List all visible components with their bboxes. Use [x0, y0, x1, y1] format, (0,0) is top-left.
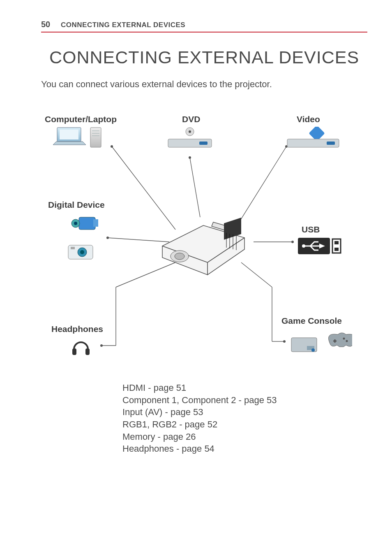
- manual-page: 50 CONNECTING EXTERNAL DEVICES CONNECTIN…: [0, 0, 392, 557]
- page-number: 50: [41, 20, 53, 29]
- label-digital-device: Digital Device: [48, 200, 105, 210]
- intro-text: You can connect various external devices…: [41, 79, 367, 90]
- connection-diagram: Computer/Laptop DVD Video Digital Device…: [48, 114, 360, 369]
- svg-point-53: [346, 340, 348, 342]
- svg-rect-28: [199, 142, 208, 145]
- svg-rect-39: [71, 247, 75, 249]
- svg-point-51: [311, 348, 315, 352]
- reference-line: Memory - page 26: [122, 431, 367, 443]
- section-title: CONNECTING EXTERNAL DEVICES: [61, 21, 185, 29]
- page-title: CONNECTING EXTERNAL DEVICES: [41, 47, 367, 67]
- projector-icon: [154, 209, 253, 279]
- svg-rect-19: [60, 130, 78, 139]
- laptop-icon: [51, 127, 105, 149]
- reference-line: HDMI - page 51: [122, 382, 367, 394]
- reference-line: Headphones - page 54: [122, 443, 367, 455]
- svg-point-52: [343, 338, 345, 340]
- dvd-player-icon: [167, 127, 212, 149]
- label-video: Video: [297, 114, 320, 124]
- svg-rect-47: [72, 348, 76, 355]
- camcorder-icon: [71, 213, 99, 234]
- svg-rect-31: [327, 142, 335, 145]
- svg-marker-20: [53, 142, 86, 145]
- svg-rect-21: [90, 128, 101, 147]
- camera-icon: [67, 242, 95, 262]
- reference-line: Input (AV) - page 53: [122, 406, 367, 418]
- svg-point-26: [189, 130, 191, 133]
- svg-point-14: [283, 340, 286, 343]
- svg-point-61: [175, 253, 184, 260]
- svg-rect-48: [85, 348, 90, 355]
- game-console-icon: [291, 330, 352, 355]
- reference-line: Component 1, Component 2 - page 53: [122, 394, 367, 406]
- svg-point-2: [189, 156, 191, 159]
- page-reference-list: HDMI - page 51 Component 1, Component 2 …: [122, 382, 367, 455]
- video-player-icon: [286, 127, 340, 149]
- svg-point-38: [80, 250, 84, 254]
- svg-rect-45: [334, 241, 339, 244]
- svg-point-10: [100, 344, 103, 347]
- headphones-icon: [71, 337, 91, 357]
- svg-rect-35: [93, 219, 98, 227]
- label-dvd: DVD: [182, 114, 200, 124]
- svg-rect-32: [79, 217, 95, 230]
- label-headphones: Headphones: [51, 324, 103, 334]
- svg-point-0: [111, 145, 113, 148]
- usb-icon: [298, 238, 343, 254]
- label-usb: USB: [302, 225, 320, 234]
- label-computer-laptop: Computer/Laptop: [45, 114, 117, 124]
- svg-line-3: [190, 158, 200, 217]
- page-header: 50 CONNECTING EXTERNAL DEVICES: [41, 20, 367, 32]
- svg-point-34: [74, 222, 77, 225]
- label-game-console: Game Console: [281, 316, 342, 326]
- svg-point-9: [291, 241, 294, 243]
- svg-rect-46: [334, 248, 339, 251]
- reference-line: RGB1, RGB2 - page 52: [122, 418, 367, 431]
- svg-point-6: [106, 237, 109, 239]
